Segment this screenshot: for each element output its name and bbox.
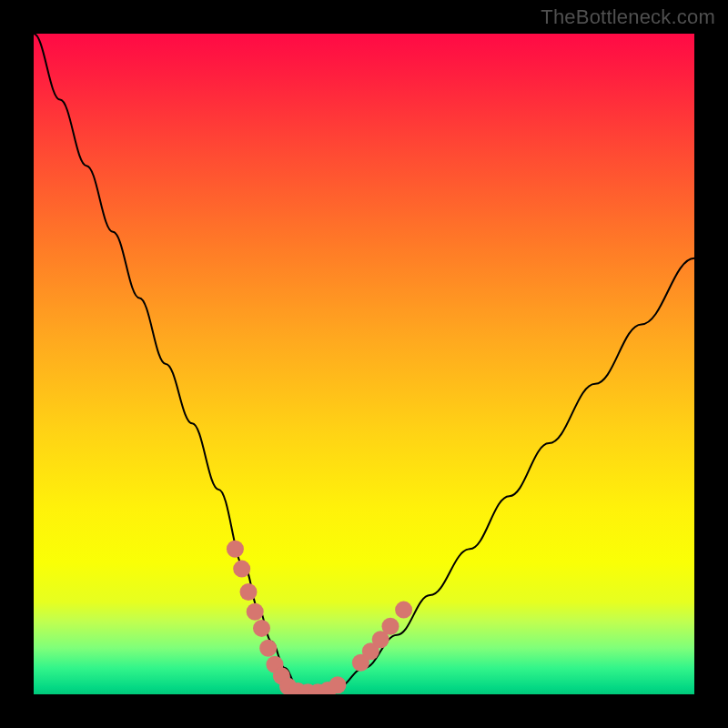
chart-frame: TheBottleneck.com <box>0 0 728 728</box>
marker-dot <box>395 602 412 619</box>
marker-dot <box>382 618 399 635</box>
marker-dot <box>259 640 277 657</box>
marker-group <box>227 541 412 694</box>
plot-area <box>34 34 694 694</box>
marker-dot <box>240 583 258 601</box>
marker-dot <box>247 603 264 621</box>
bottleneck-curve <box>34 34 694 694</box>
curve-svg <box>34 34 694 694</box>
marker-dot <box>233 561 250 578</box>
marker-dot <box>329 676 347 693</box>
watermark-label: TheBottleneck.com <box>541 5 715 29</box>
marker-dot <box>227 541 244 558</box>
marker-dot <box>253 620 270 637</box>
